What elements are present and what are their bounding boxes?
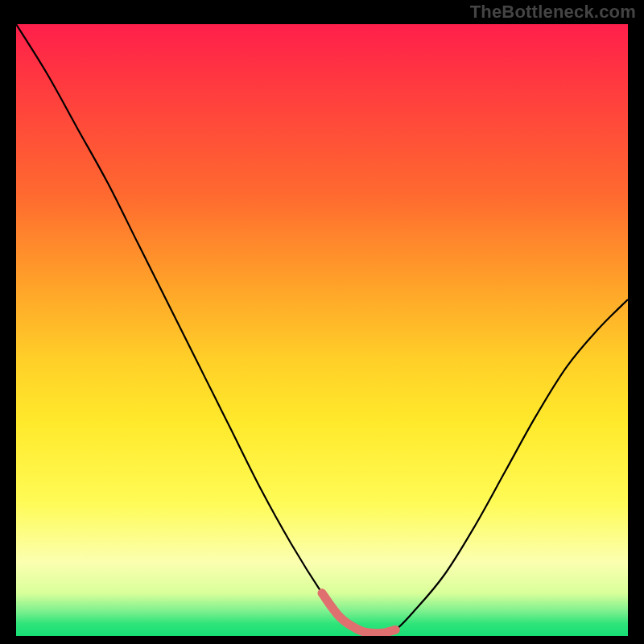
plot-area xyxy=(16,24,628,636)
watermark-text: TheBottleneck.com xyxy=(470,2,636,23)
chart-frame: TheBottleneck.com xyxy=(0,0,644,644)
chart-svg xyxy=(16,24,628,636)
optimal-zone-highlight xyxy=(322,593,395,634)
bottleneck-curve xyxy=(16,24,628,634)
